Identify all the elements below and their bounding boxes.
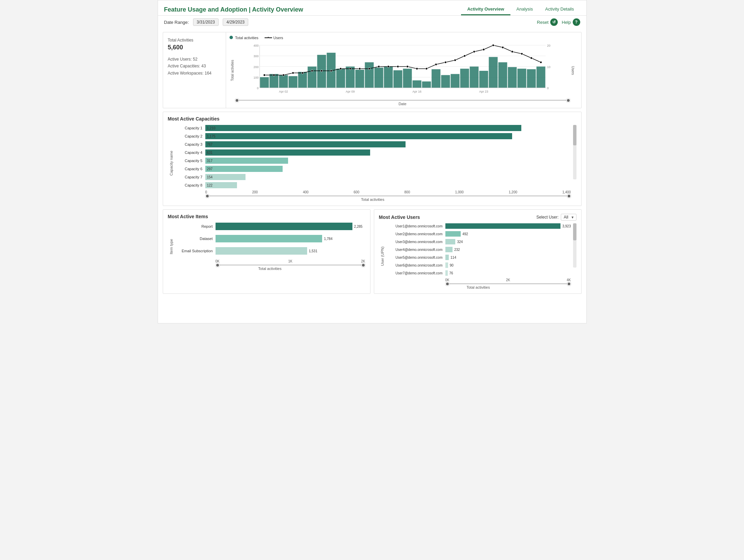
slider-right-handle[interactable]: [566, 98, 570, 102]
items-slider[interactable]: [216, 265, 365, 266]
select-user-dropdown[interactable]: All: [561, 214, 576, 221]
stats-panel: Total Activities 5,600 Active Users: 52 …: [163, 32, 226, 108]
select-user-control: Select User: All ▼: [536, 214, 576, 221]
main-content: Total Activities 5,600 Active Users: 52 …: [158, 29, 586, 297]
capacities-bars: Capacity 1 1,210 Capacity 2 1,175 Capaci…: [175, 125, 571, 202]
select-user-label: Select User:: [536, 215, 558, 220]
capacity-name: Capacity 8: [175, 183, 205, 187]
items-y-label: Item type: [168, 223, 175, 271]
capacities-bar-rows: Capacity 1 1,210 Capacity 2 1,175 Capaci…: [175, 125, 571, 188]
svg-rect-17: [260, 77, 269, 88]
user-name: User4@demo.onmicrosoft.com: [386, 248, 445, 252]
capacity-value: 317: [207, 159, 213, 163]
svg-rect-32: [403, 69, 412, 88]
svg-rect-30: [384, 67, 393, 88]
item-bar-wrap: 1,531: [216, 247, 365, 255]
users-slider-right[interactable]: [567, 282, 571, 286]
capacity-bar: 767: [205, 141, 406, 147]
svg-rect-40: [479, 71, 488, 88]
user-bar: [445, 223, 561, 229]
users-slider[interactable]: [445, 283, 571, 284]
item-bar: [216, 235, 322, 242]
help-icon: ?: [573, 18, 580, 26]
date-start-pill[interactable]: 3/31/2023: [193, 18, 219, 26]
item-name: Email Subscription: [175, 249, 216, 253]
item-bar-wrap: 2,285: [216, 223, 365, 230]
svg-text:0: 0: [547, 86, 549, 90]
svg-text:Apr 23: Apr 23: [479, 90, 488, 93]
svg-point-63: [416, 68, 418, 70]
top-section: Total Activities 5,600 Active Users: 52 …: [163, 32, 582, 108]
capacity-bar-wrap: 122: [205, 182, 571, 188]
legend-users: ● Users: [265, 36, 283, 40]
items-slider-right[interactable]: [361, 263, 365, 267]
tab-analysis[interactable]: Analysis: [510, 4, 539, 15]
tab-activity-details[interactable]: Activity Details: [539, 4, 580, 15]
svg-rect-21: [298, 72, 307, 88]
legend-activities: Total activities: [229, 36, 258, 40]
scrollbar-thumb[interactable]: [573, 125, 576, 145]
item-value: 1,531: [309, 249, 317, 253]
capacity-bar-wrap: 1,210: [205, 125, 571, 131]
users-scrollbar[interactable]: [573, 223, 576, 268]
user-bar-row: User1@demo.onmicrosoft.com 3,923: [386, 223, 571, 229]
svg-point-47: [263, 74, 265, 76]
capacity-bar-row: Capacity 1 1,210: [175, 125, 571, 131]
item-bar-row: Report 2,285: [175, 223, 365, 230]
slider-left-handle[interactable]: [235, 98, 239, 102]
item-bar-wrap: 1,784: [216, 235, 365, 242]
reset-button[interactable]: Reset ↺: [537, 18, 558, 26]
time-chart-slider[interactable]: [235, 100, 570, 101]
date-end-pill[interactable]: 4/29/2023: [223, 18, 248, 26]
users-scrollbar-thumb[interactable]: [573, 223, 576, 240]
capacity-name: Capacity 2: [175, 134, 205, 138]
capacity-bar: 631: [205, 149, 370, 156]
svg-rect-34: [422, 81, 431, 88]
item-value: 2,285: [354, 225, 363, 228]
svg-point-72: [502, 46, 504, 48]
cap-slider-left[interactable]: [205, 194, 209, 198]
active-users-section: Most Active Users Select User: All ▼ Use…: [374, 209, 582, 294]
legend-line-users: ●: [265, 37, 272, 38]
capacity-bar-row: Capacity 2 1,175: [175, 133, 571, 139]
svg-rect-39: [470, 67, 478, 88]
user-bar: [445, 262, 448, 268]
cap-slider-right[interactable]: [567, 194, 571, 198]
items-x-label: Total activities: [175, 267, 365, 271]
capacities-title: Most Active Capacities: [168, 116, 576, 122]
svg-point-76: [540, 61, 542, 63]
capacities-x-label: Total activities: [175, 197, 571, 202]
user-bar-wrap: 76: [445, 270, 571, 276]
page-title: Feature Usage and Adoption | Activity Ov…: [164, 6, 303, 13]
capacity-name: Capacity 6: [175, 167, 205, 171]
item-name: Dataset: [175, 237, 216, 241]
capacities-scrollbar[interactable]: [573, 125, 576, 179]
select-user-dropdown-wrap: All ▼: [561, 214, 576, 221]
capacities-y-label: Capacity name: [168, 125, 175, 202]
capacities-section: Most Active Capacities Capacity name Cap…: [163, 112, 582, 206]
help-button[interactable]: Help ?: [562, 18, 580, 26]
user-bar: [445, 239, 456, 244]
user-bar-row: User3@demo.onmicrosoft.com 324: [386, 239, 571, 244]
svg-rect-19: [279, 75, 288, 88]
active-items-title: Most Active Items: [168, 214, 365, 219]
svg-point-53: [320, 70, 322, 72]
svg-point-70: [482, 49, 485, 51]
capacities-slider[interactable]: [205, 195, 571, 196]
users-chart: User (UPN) User1@demo.onmicrosoft.com 3,…: [379, 223, 576, 289]
svg-point-49: [282, 74, 284, 76]
svg-point-67: [454, 59, 456, 61]
user-name: User6@demo.onmicrosoft.com: [386, 263, 445, 267]
capacity-bar-wrap: 317: [205, 158, 571, 164]
active-items-section: Most Active Items Item type Report 2,285…: [163, 209, 370, 294]
stats-detail: Active Users: 52 Active Capacities: 43 A…: [168, 56, 221, 77]
tab-activity-overview[interactable]: Activity Overview: [461, 4, 510, 15]
items-slider-left[interactable]: [216, 263, 220, 267]
user-bar-row: User4@demo.onmicrosoft.com 232: [386, 247, 571, 252]
users-slider-left[interactable]: [445, 282, 449, 286]
svg-point-48: [273, 74, 275, 76]
svg-point-62: [406, 66, 408, 68]
item-name: Report: [175, 224, 216, 228]
time-chart-x-label: Date: [229, 102, 576, 106]
svg-text:Apr 09: Apr 09: [346, 90, 355, 93]
